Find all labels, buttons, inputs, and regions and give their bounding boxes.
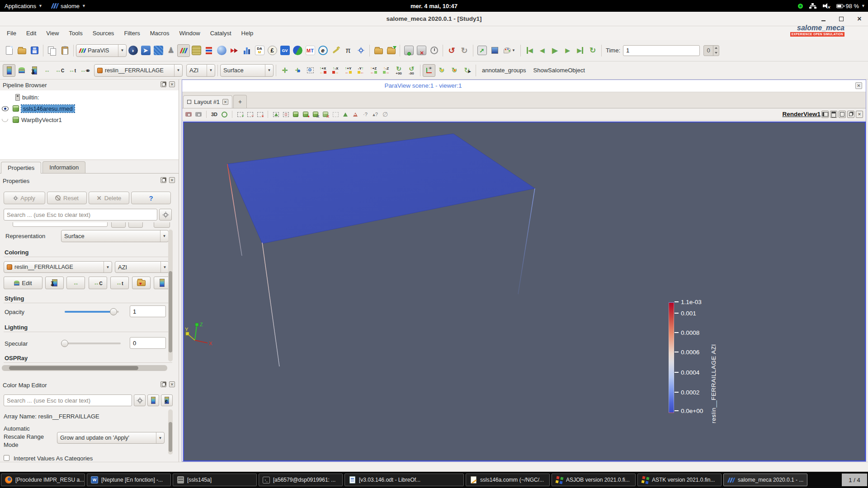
float-view-icon[interactable] [847,111,854,118]
opacity-slider[interactable] [65,311,119,313]
array-selector-combo[interactable]: reslin__FERRAILLAGE ▼ [94,64,183,77]
eye-visible-icon[interactable] [2,106,9,111]
colormap-search-input[interactable] [4,394,132,406]
render-viewport[interactable]: Z X Y 1.1e-03 0.001 0.0008 0.0006 0.0004… [183,122,866,461]
hover-points-query-button[interactable]: ▴? [371,110,380,118]
module-mesh-button[interactable] [152,44,165,57]
restore-defaults-button[interactable]: e [161,394,173,406]
menu-filters[interactable]: Filters [119,28,145,38]
module-histogram-button[interactable] [241,44,253,57]
toggle-interaction-mode-button[interactable]: 3D [210,110,219,118]
delete-button[interactable]: ✕Delete [89,192,129,204]
rescale-visible-button[interactable]: ↔👁 [79,64,91,77]
menu-file[interactable]: File [2,28,21,38]
color-palette-button[interactable]: ▼ [501,44,518,57]
rotate-minus-90-button[interactable]: ↺-90 [405,64,418,77]
save-screenshot-button[interactable] [184,110,193,118]
representation-combo[interactable]: Surface ▼ [61,230,169,242]
pipeline-item-builtin[interactable]: builtin: [15,93,39,102]
hover-points-button[interactable] [331,110,340,118]
module-selector-combo[interactable]: ParaViS ▼ [76,44,127,57]
adjust-camera-button[interactable] [220,110,229,118]
grow-selection-button[interactable] [341,110,350,118]
menu-sources[interactable]: Sources [88,28,119,38]
float-panel-icon[interactable] [160,381,166,387]
link-camera-button[interactable] [194,110,203,118]
set-solid-color-button[interactable] [15,64,28,77]
set-view-plus-x-button[interactable]: ↑+X← [316,64,329,77]
applications-menu[interactable]: Applications ▼ [0,0,47,12]
hover-cells-query-button[interactable]: ·? [361,110,370,118]
menu-tools[interactable]: Tools [64,28,87,38]
open-state-button[interactable] [372,44,385,57]
export-view-button[interactable]: ➚ [476,44,488,57]
representation-selector-combo[interactable]: Surface ▼ [220,64,274,77]
select-points-on-button[interactable]: − [245,110,255,118]
search-options-button[interactable] [134,394,146,406]
set-view-plus-z-button[interactable]: ↑+Z← [367,64,380,77]
clear-selection-button[interactable]: ∅ [381,110,390,118]
menu-macros[interactable]: Macros [145,28,175,38]
show-salome-object-macro-button[interactable]: ShowSalomeObject [530,65,589,75]
coloring-component-combo[interactable]: AZI ▼ [115,261,169,273]
set-view-plus-y-button[interactable]: ↑+Y← [342,64,354,77]
maximize-button[interactable] [838,16,844,22]
render-view-label[interactable]: RenderView1 [782,111,821,117]
colormap-preset-button[interactable] [154,277,170,289]
rescale-to-data-range-button[interactable]: ↔ [41,64,53,77]
properties-search-input[interactable] [4,209,157,221]
minimize-button[interactable] [820,16,826,22]
redo-button[interactable]: ↻ [458,44,471,57]
rescale-temporal-button[interactable]: ↔t [66,64,79,77]
specular-slider[interactable] [65,343,121,344]
taskbar-item-astk[interactable]: ASTK version 2021.0.fin... [637,474,722,486]
component-selector-combo[interactable]: AZI ▼ [186,64,215,77]
undo-button[interactable]: ↺ [445,44,458,57]
last-frame-button[interactable]: ▶ [574,44,586,57]
disconnect-server-button[interactable]: ✕ [415,44,428,57]
close-tab-icon[interactable]: ✕ [222,99,228,105]
properties-horizontal-scrollbar[interactable] [2,365,167,371]
interactive-select-cells-button[interactable]: ● [301,110,310,118]
module-mt-button[interactable]: MT [304,44,316,57]
opacity-slider-knob[interactable] [110,308,117,315]
menu-view[interactable]: View [41,28,64,38]
specular-slider-knob[interactable] [61,340,68,347]
module-shaper-button[interactable]: ◗ [127,44,139,57]
module-homard-button[interactable] [291,44,304,57]
rescale-to-custom-range-button[interactable]: ↔C [53,64,66,77]
split-vertical-icon[interactable] [830,111,837,118]
tab-information[interactable]: Information [42,161,85,173]
module-europlexus-button[interactable]: e [316,44,329,57]
select-polygon-points-button[interactable] [281,110,290,118]
close-view-icon[interactable]: ✕ [856,111,863,118]
pipeline-item-warpbyvector[interactable]: WarpByVector1 [2,115,62,124]
edit-color-map-button[interactable]: Edit [4,277,42,289]
workspace-pager[interactable]: 1 / 4 [842,474,867,486]
interactive-select-points-button[interactable]: ✕ [311,110,320,118]
save-state-button[interactable] [385,44,397,57]
color-legend[interactable]: 1.1e-03 0.001 0.0008 0.0006 0.0004 0.000… [667,299,775,421]
paste-button[interactable] [58,44,71,57]
select-block-button[interactable] [291,110,300,118]
volume-muted-icon[interactable]: ✕ [823,3,830,9]
opacity-input[interactable] [130,305,166,317]
module-aster-button[interactable] [329,44,342,57]
zoom-to-data-button[interactable]: ✛ [291,64,304,77]
open-document-button[interactable] [15,44,28,57]
module-paravis-button[interactable] [177,44,190,57]
time-input[interactable] [623,45,700,56]
tab-layout-1[interactable]: Layout #1 ✕ [183,95,232,108]
next-frame-button[interactable]: ▶ [561,44,574,57]
set-view-minus-z-button[interactable]: ↑-Z→ [380,64,392,77]
render-view-colormap-button[interactable] [147,394,159,406]
rescale-to-custom-range-button[interactable]: ↔C [89,277,107,289]
choose-preset-button[interactable]: ♥ [132,277,151,289]
status-circle-icon[interactable] [798,4,803,9]
module-smesh-button[interactable]: ♟ [165,44,177,57]
module-gv-button[interactable]: GV [278,44,291,57]
select-cells-on-button[interactable]: + [236,110,245,118]
taskbar-item-terminal[interactable]: ›_ [a56579@dsp0919961: ... [259,474,343,486]
new-document-button[interactable] [3,44,15,57]
module-schema-button[interactable] [203,44,215,57]
